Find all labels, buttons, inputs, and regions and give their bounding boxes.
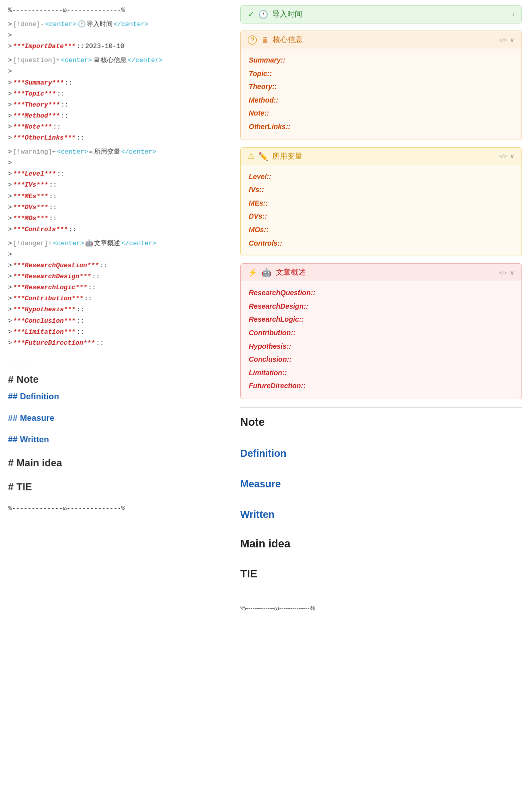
rp-core-field: OtherLinks::: [249, 120, 513, 134]
h1-note: # Note: [8, 371, 222, 388]
callout-danger-header: ⚡ 🤖 文章概述 </> ∨: [241, 264, 521, 281]
question-tag: [!question]+: [13, 55, 60, 66]
right-sections: NoteDefinitionMeasureWrittenMain ideaTIE: [240, 416, 522, 589]
callout-done-header-left: ✓ 🕐 导入时间: [248, 10, 302, 19]
warning-triangle-icon: ⚠: [248, 152, 254, 161]
callout-danger: ⚡ 🤖 文章概述 </> ∨ ResearchQuestion::Researc…: [240, 263, 522, 399]
import-date-line: > ***ImportDate*** :: 2023-10-10: [8, 41, 222, 52]
center-close-1: </center>: [114, 19, 149, 30]
callout-question: ? 🖥 核心信息 </> ∨ Summary::Topic::Theory::M…: [240, 31, 522, 140]
code-tag-warning: </>: [499, 153, 507, 159]
rp-section-measure: Measure: [240, 478, 522, 490]
question-text: 核心信息: [101, 55, 127, 66]
left-variable-field: > ***Controls***::: [8, 224, 222, 235]
left-article-field: >***Contribution***::: [8, 293, 222, 304]
rp-section-note: Note: [240, 416, 522, 429]
rp-article-field: Contribution::: [249, 326, 513, 340]
left-core-field: > ***OtherLinks***::: [8, 133, 222, 144]
rp-section-tie: TIE: [240, 567, 522, 580]
callout-question-header-left: ? 🖥 核心信息: [248, 35, 303, 45]
left-variable-field: > ***IVs***::: [8, 180, 222, 191]
left-core-field: > ***Topic***::: [8, 89, 222, 100]
warning-tag-line: > [!warning]+ <center> ✏️ 所用变量 </center>: [8, 147, 222, 158]
question-callout-icon: 🖥: [261, 36, 269, 45]
done-text: 导入时间: [87, 19, 113, 30]
warning-chevron[interactable]: ∨: [510, 153, 514, 160]
done-chevron[interactable]: ›: [512, 11, 514, 18]
danger-icon: 🤖: [85, 238, 93, 249]
sep-top: %-------------ω--------------%: [8, 5, 222, 16]
callout-done: ✓ 🕐 导入时间 ›: [240, 5, 522, 24]
done-icon: 🕐: [78, 19, 86, 30]
callout-warning-body: Level::IVs::MEs::DVs::MOs::Controls::: [241, 165, 521, 256]
danger-callout-icon: 🤖: [262, 268, 272, 277]
danger-chevron[interactable]: ∨: [510, 269, 514, 276]
rp-section-written: Written: [240, 509, 522, 520]
left-variable-field: > ***DVs***::: [8, 202, 222, 213]
rp-core-field: Note::: [249, 107, 513, 120]
rp-variable-field: IVs::: [249, 183, 513, 197]
left-article-field: >***ResearchQuestion***::: [8, 260, 222, 271]
callout-question-body: Summary::Topic::Theory::Method::Note::Ot…: [241, 49, 521, 140]
question-tag-line: > [!question]+ <center> 🖥 核心信息 </center>: [8, 55, 222, 66]
danger-callout-title: 文章概述: [276, 268, 306, 277]
h2-written: ## Written: [8, 433, 222, 447]
rp-article-field: Conclusion::: [249, 353, 513, 366]
h1-main-idea: # Main idea: [8, 454, 222, 471]
rp-variable-field: MEs::: [249, 197, 513, 210]
sep-bottom-right: %-------------ω--------------%: [240, 604, 522, 612]
gt-line-2: >: [8, 66, 222, 77]
variable-fields: > ***Level***::> ***IVs***::> ***MEs***:…: [8, 169, 222, 235]
gt-line-3: >: [8, 158, 222, 169]
check-icon: ✓: [248, 10, 254, 19]
callout-question-header: ? 🖥 核心信息 </> ∨: [241, 31, 521, 49]
left-article-field: >***Limitation***::: [8, 327, 222, 338]
question-chevron[interactable]: ∨: [510, 37, 514, 44]
question-icon: 🖥: [93, 55, 100, 66]
gt-line-1: >: [8, 30, 222, 41]
done-callout-title: 导入时间: [272, 10, 302, 19]
done-tag: [!done]-: [13, 19, 44, 30]
center-open-1: <center>: [45, 19, 76, 30]
divider-dashes: - - -: [8, 356, 222, 367]
danger-tag-line: > [!danger]+ <center> 🤖 文章概述 </center>: [8, 238, 222, 249]
callout-done-header: ✓ 🕐 导入时间 ›: [241, 6, 521, 23]
left-article-field: >***FutureDirection***::: [8, 338, 222, 349]
left-panel: %-------------ω--------------% > [!done]…: [0, 0, 230, 797]
rp-article-field: Hypothesis::: [249, 340, 513, 353]
left-variable-field: > ***MOs***::: [8, 213, 222, 224]
danger-tag: [!danger]+: [13, 238, 52, 249]
warning-text: 所用变量: [94, 147, 120, 158]
left-article-field: >***Conclusion***::: [8, 316, 222, 327]
rp-section-main-idea: Main idea: [240, 537, 522, 550]
question-circle-icon: ?: [248, 36, 257, 45]
left-article-field: >***ResearchLogic***::: [8, 282, 222, 293]
left-core-field: > ***Note***::: [8, 122, 222, 133]
gt-line-4: >: [8, 249, 222, 260]
rp-core-field: Method::: [249, 94, 513, 107]
rp-article-field: ResearchLogic::: [249, 313, 513, 326]
import-date-value: 2023-10-10: [85, 41, 124, 52]
left-article-field: >***ResearchDesign***::: [8, 271, 222, 282]
warning-callout-title: 所用变量: [272, 152, 302, 161]
callout-warning: ⚠ ✏️ 所用变量 </> ∨ Level::IVs::MEs::DVs::MO…: [240, 147, 522, 257]
h2-measure: ## Measure: [8, 411, 222, 426]
rp-article-field: ResearchQuestion::: [249, 286, 513, 300]
core-fields: > ***Summary***::> ***Topic***::> ***The…: [8, 78, 222, 144]
rp-variable-field: DVs::: [249, 210, 513, 223]
rp-variable-field: MOs::: [249, 223, 513, 237]
callout-danger-body: ResearchQuestion::ResearchDesign::Resear…: [241, 281, 521, 399]
gt: >: [8, 19, 12, 30]
right-panel: ✓ 🕐 导入时间 › ? 🖥 核心信息 </> ∨ Summary::Topic…: [230, 0, 532, 797]
rp-article-field: ResearchDesign::: [249, 300, 513, 313]
warning-tag: [!warning]+: [13, 147, 56, 158]
article-fields: >***ResearchQuestion***::>***ResearchDes…: [8, 260, 222, 349]
left-core-field: > ***Theory***::: [8, 100, 222, 111]
h2-definition: ## Definition: [8, 390, 222, 404]
danger-text: 文章概述: [94, 238, 120, 249]
warning-icon: ✏️: [89, 147, 93, 158]
lightning-icon: ⚡: [248, 268, 258, 277]
import-date-field: ***ImportDate***: [13, 41, 76, 52]
left-article-field: >***Hypothesis***::: [8, 304, 222, 315]
callout-danger-header-left: ⚡ 🤖 文章概述: [248, 268, 306, 277]
